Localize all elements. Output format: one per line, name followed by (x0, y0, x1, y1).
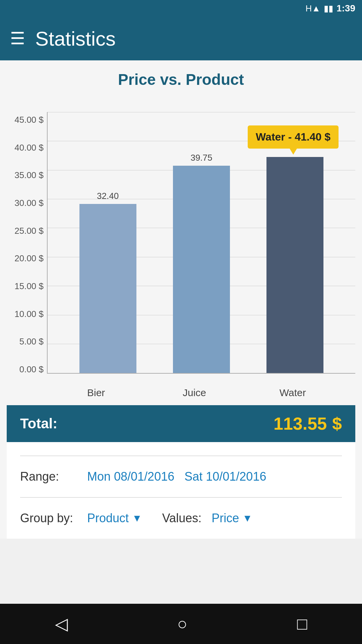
group-by-label: Group by: (20, 511, 87, 525)
values-label: Values: (162, 511, 201, 525)
menu-icon[interactable]: ☰ (10, 30, 25, 47)
nav-bar: ◁ ○ □ (0, 604, 362, 644)
recent-button[interactable]: □ (297, 614, 307, 634)
y-label-9: 45.00 $ (14, 115, 44, 124)
chart-container: 45.00 $ 40.00 $ 35.00 $ 30.00 $ 25.00 $ … (7, 102, 355, 398)
divider-1 (20, 455, 342, 456)
bar-value-bier: 32.40 (97, 191, 119, 201)
range-label: Range: (20, 470, 87, 484)
chart-title: Price vs. Product (7, 70, 355, 89)
y-label-4: 20.00 $ (14, 254, 44, 263)
y-label-1: 5.00 $ (19, 337, 44, 346)
bar-juice[interactable] (173, 166, 230, 373)
x-label-juice: Juice (166, 387, 223, 398)
status-bar: H▲ ▮▮ 1:39 (0, 0, 362, 17)
bar-tooltip: Water - 41.40 $ (248, 125, 339, 149)
status-icons: H▲ ▮▮ 1:39 (305, 3, 355, 14)
total-currency: $ (332, 414, 342, 434)
group-by-row: Group by: Product ▼ Values: Price ▼ (20, 511, 342, 525)
bar-group-water (266, 154, 323, 373)
page-title: Statistics (35, 27, 116, 50)
values-value: Price (212, 511, 239, 525)
y-label-8: 40.00 $ (14, 143, 44, 152)
total-bar: Total: 113.55 $ (7, 405, 355, 442)
y-label-3: 15.00 $ (14, 282, 44, 290)
values-dropdown[interactable]: Price ▼ (212, 511, 252, 525)
total-value: 113.55 (274, 414, 327, 434)
bar-group-bier: 32.40 (79, 191, 136, 373)
y-label-0: 0.00 $ (19, 365, 44, 374)
bar-value-juice: 39.75 (190, 153, 212, 163)
group-by-arrow: ▼ (132, 513, 142, 524)
y-axis: 45.00 $ 40.00 $ 35.00 $ 30.00 $ 25.00 $ … (7, 112, 47, 374)
x-axis: Bier Juice Water (7, 387, 355, 398)
time-display: 1:39 (337, 3, 355, 14)
bar-group-juice: 39.75 (173, 153, 230, 373)
values-arrow: ▼ (242, 513, 252, 524)
y-label-6: 30.00 $ (14, 199, 44, 207)
app-header: ☰ Statistics (0, 17, 362, 60)
range-start[interactable]: Mon 08/01/2016 (87, 470, 174, 484)
y-label-2: 10.00 $ (14, 310, 44, 318)
range-row: Range: Mon 08/01/2016 Sat 10/01/2016 (20, 470, 342, 484)
x-label-water: Water (264, 387, 321, 398)
back-button[interactable]: ◁ (55, 614, 68, 634)
x-label-bier: Bier (68, 387, 125, 398)
signal-icon: H▲ (305, 3, 320, 14)
group-by-dropdown[interactable]: Product ▼ (87, 511, 142, 525)
main-content: Price vs. Product 45.00 $ 40.00 $ 35.00 … (0, 60, 362, 539)
bar-water[interactable] (266, 157, 323, 373)
chart-plot: Water - 41.40 $ 32.40 39.75 (47, 112, 355, 374)
tooltip-text: Water - 41.40 $ (256, 131, 330, 143)
battery-icon: ▮▮ (324, 3, 333, 14)
y-label-7: 35.00 $ (14, 171, 44, 179)
range-end[interactable]: Sat 10/01/2016 (184, 470, 266, 484)
bar-bier[interactable] (79, 204, 136, 373)
divider-2 (20, 497, 342, 498)
group-by-value: Product (87, 511, 129, 525)
controls-area: Range: Mon 08/01/2016 Sat 10/01/2016 Gro… (7, 442, 355, 539)
chart-wrapper: 45.00 $ 40.00 $ 35.00 $ 30.00 $ 25.00 $ … (7, 109, 355, 384)
y-label-5: 25.00 $ (14, 226, 44, 235)
bars-area: 32.40 39.75 (48, 112, 355, 373)
total-label: Total: (20, 416, 274, 432)
home-button[interactable]: ○ (177, 614, 187, 634)
